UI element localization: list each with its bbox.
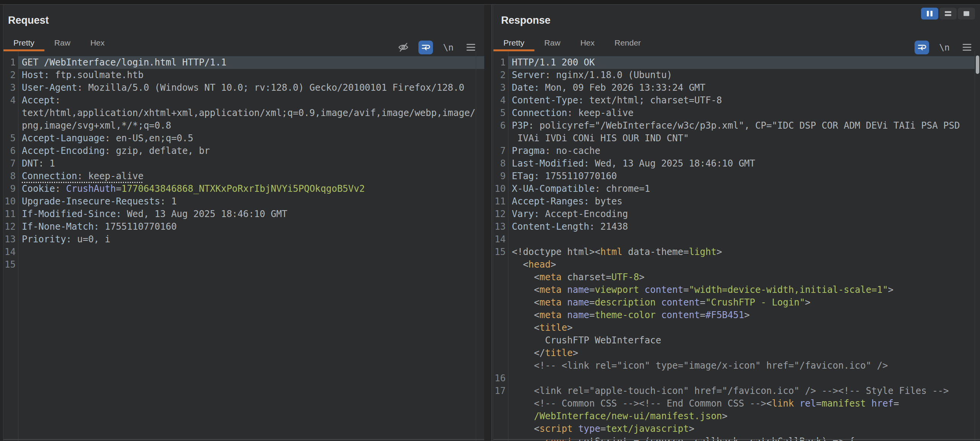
- code-line[interactable]: text/html,application/xhtml+xml,applicat…: [3, 107, 484, 119]
- code-line[interactable]: 4Content-Type: text/html; charset=UTF-8: [493, 94, 980, 107]
- newline-icon: \n: [443, 42, 454, 52]
- code-line[interactable]: 11Accept-Ranges: bytes: [493, 195, 980, 208]
- code-line-text: png,image/svg+xml,*/*;q=0.8: [18, 119, 484, 132]
- code-line[interactable]: 13Priority: u=0, i: [3, 233, 484, 246]
- code-line-text: text/html,application/xhtml+xml,applicat…: [18, 107, 484, 119]
- code-segment: <: [512, 423, 539, 434]
- code-line[interactable]: 5Connection: keep-alive: [493, 107, 980, 119]
- request-code-editor[interactable]: 1GET /WebInterface/login.html HTTP/1.12H…: [3, 51, 484, 441]
- code-line[interactable]: <meta charset=UTF-8>: [493, 271, 980, 284]
- tab-raw[interactable]: Raw: [44, 34, 80, 51]
- code-line[interactable]: <head>: [493, 258, 980, 271]
- code-line[interactable]: 5Accept-Language: en-US,en;q=0.5: [3, 132, 484, 145]
- code-line[interactable]: 11If-Modified-Since: Wed, 13 Aug 2025 18…: [3, 208, 484, 220]
- code-line[interactable]: 9ETag: 1755110770160: [493, 170, 980, 183]
- tab-render[interactable]: Render: [604, 34, 651, 51]
- code-line[interactable]: 7Pragma: no-cache: [493, 145, 980, 157]
- code-line[interactable]: </title>: [493, 347, 980, 359]
- code-line[interactable]: 17 <link rel="apple-touch-icon" href="/f…: [493, 385, 980, 397]
- code-segment: text/html,application/xhtml+xml,applicat…: [22, 108, 475, 118]
- code-line[interactable]: 9Cookie: CrushAuth=1770643846868_NTXKxPo…: [3, 183, 484, 195]
- layout-rows-button[interactable]: [939, 8, 957, 20]
- code-segment: User-Agent: [22, 82, 77, 93]
- line-number: 15: [493, 246, 508, 258]
- code-line[interactable]: 7DNT: 1: [3, 157, 484, 170]
- code-line[interactable]: 10X-UA-Compatible: chrome=1: [493, 183, 980, 195]
- code-segment: description: [595, 297, 656, 308]
- line-number: 7: [3, 157, 18, 170]
- code-line[interactable]: 14: [3, 246, 484, 258]
- code-segment: : gzip, deflate, br: [105, 145, 210, 156]
- code-line[interactable]: <!-- <link rel="icon" type="image/x-icon…: [493, 359, 980, 372]
- code-segment: <!-- <link rel="icon" type="image/x-icon…: [512, 360, 888, 371]
- code-line[interactable]: 15: [3, 258, 484, 271]
- code-segment: Content-Type: [512, 95, 578, 106]
- code-line[interactable]: png,image/svg+xml,*/*;q=0.8: [3, 119, 484, 132]
- line-number: [493, 410, 508, 423]
- panel-splitter[interactable]: [492, 5, 492, 441]
- code-line[interactable]: 3Date: Mon, 09 Feb 2026 13:33:24 GMT: [493, 82, 980, 94]
- line-number: [493, 271, 508, 284]
- scrollbar-track: [975, 51, 975, 441]
- code-segment: [562, 297, 567, 308]
- code-line[interactable]: 8Last-Modified: Wed, 13 Aug 2025 18:46:1…: [493, 157, 980, 170]
- tab-raw[interactable]: Raw: [534, 34, 570, 51]
- code-line-text: Host: ftp.soulmate.htb: [18, 69, 484, 82]
- code-line[interactable]: 8Connection: keep-alive: [3, 170, 484, 183]
- code-line[interactable]: 15<!doctype html><html data-theme=light>: [493, 246, 980, 258]
- code-line-text: const setScript = (source, callback, cat…: [508, 435, 975, 441]
- code-line[interactable]: /WebInterface/new-ui/manifest.json>: [493, 410, 980, 423]
- code-line[interactable]: 10Upgrade-Insecure-Requests: 1: [3, 195, 484, 208]
- code-line-text: </title>: [508, 347, 975, 359]
- tab-pretty[interactable]: Pretty: [493, 34, 534, 51]
- code-line[interactable]: IVAi IVDi CONi HIS OUR IND CNT": [493, 132, 980, 145]
- tab-hex[interactable]: Hex: [80, 34, 114, 51]
- request-panel-title: Request: [8, 15, 49, 26]
- code-segment: Host: [22, 70, 44, 80]
- code-line[interactable]: <meta name=theme-color content=#F5B451>: [493, 309, 980, 322]
- code-segment: [573, 423, 578, 434]
- code-line[interactable]: 6Accept-Encoding: gzip, deflate, br: [3, 145, 484, 157]
- code-segment: light: [689, 247, 716, 257]
- code-line[interactable]: 16: [493, 372, 980, 385]
- code-line[interactable]: 2Server: nginx/1.18.0 (Ubuntu): [493, 69, 980, 82]
- code-line[interactable]: <title>: [493, 322, 980, 334]
- code-line[interactable]: const setScript = (source, callback, cat…: [493, 435, 980, 441]
- code-line[interactable]: 1GET /WebInterface/login.html HTTP/1.1: [3, 56, 484, 69]
- code-segment: >: [722, 411, 727, 421]
- code-line[interactable]: <script type=text/javascript>: [493, 423, 980, 435]
- code-line[interactable]: <meta name=description content="CrushFTP…: [493, 296, 980, 309]
- code-line[interactable]: 3User-Agent: Mozilla/5.0 (Windows NT 10.…: [3, 82, 484, 94]
- code-line[interactable]: CrushFTP WebInterface: [493, 334, 980, 347]
- code-segment: manifest: [822, 398, 866, 409]
- code-line[interactable]: <!-- Common CSS --><!-- End Common CSS -…: [493, 397, 980, 410]
- code-line[interactable]: 4Accept:: [3, 94, 484, 107]
- response-panel-title: Response: [501, 15, 550, 26]
- code-segment: "width=device-width,initial-scale=1": [689, 284, 888, 295]
- layout-single-button[interactable]: [958, 8, 975, 20]
- code-line[interactable]: 12Vary: Accept-Encoding: [493, 208, 980, 220]
- code-line[interactable]: 1HTTP/1.1 200 OK: [493, 56, 980, 69]
- request-code-rows: 1GET /WebInterface/login.html HTTP/1.12H…: [3, 56, 484, 271]
- tab-pretty[interactable]: Pretty: [3, 34, 44, 51]
- code-segment: viewport: [595, 284, 639, 295]
- code-line[interactable]: 2Host: ftp.soulmate.htb: [3, 69, 484, 82]
- layout-columns-button[interactable]: [921, 8, 938, 20]
- line-number: 1: [3, 56, 18, 69]
- code-segment: Vary: [512, 209, 534, 219]
- response-code-editor[interactable]: 1HTTP/1.1 200 OK2Server: nginx/1.18.0 (U…: [493, 51, 980, 441]
- code-line[interactable]: 13Content-Length: 21438: [493, 220, 980, 233]
- code-segment: script: [539, 423, 573, 434]
- code-segment: If-None-Match: [22, 221, 94, 232]
- code-line[interactable]: 14: [493, 233, 980, 246]
- code-segment: IVAi IVDi CONi HIS OUR IND CNT": [512, 133, 689, 144]
- line-number: 3: [493, 82, 508, 94]
- code-line-text: If-Modified-Since: Wed, 13 Aug 2025 18:4…: [18, 208, 484, 220]
- code-line[interactable]: 6P3P: policyref="/WebInterface/w3c/p3p.x…: [493, 119, 980, 132]
- tab-hex[interactable]: Hex: [570, 34, 604, 51]
- scrollbar-thumb[interactable]: [976, 56, 979, 74]
- code-line[interactable]: <meta name=viewport content="width=devic…: [493, 284, 980, 296]
- code-line-text: <meta name=viewport content="width=devic…: [508, 284, 975, 296]
- line-number: 2: [493, 69, 508, 82]
- code-line[interactable]: 12If-None-Match: 1755110770160: [3, 220, 484, 233]
